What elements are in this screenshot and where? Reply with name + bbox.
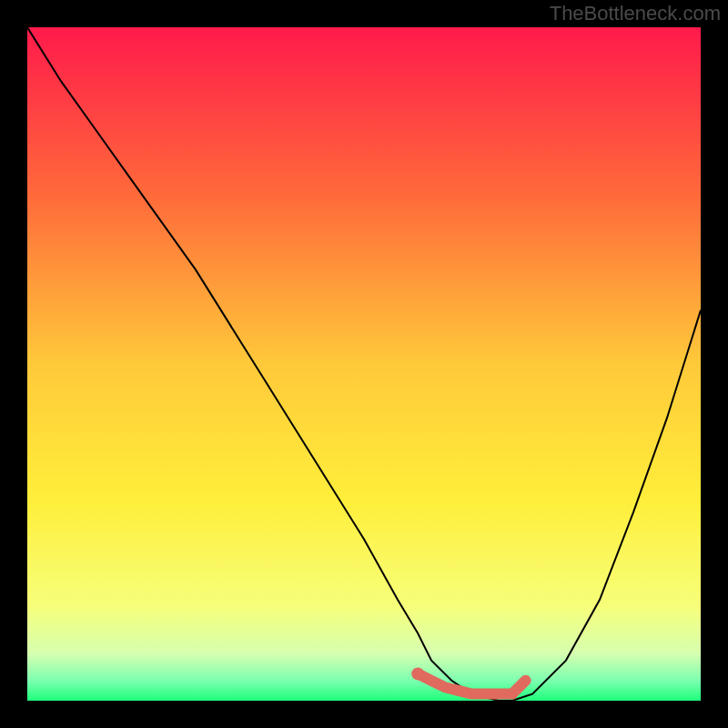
attribution-text: TheBottleneck.com bbox=[550, 2, 721, 25]
chart-frame: TheBottleneck.com bbox=[0, 0, 728, 728]
current-point-dot bbox=[411, 667, 424, 680]
plot-area bbox=[27, 27, 701, 701]
chart-svg bbox=[27, 27, 701, 701]
